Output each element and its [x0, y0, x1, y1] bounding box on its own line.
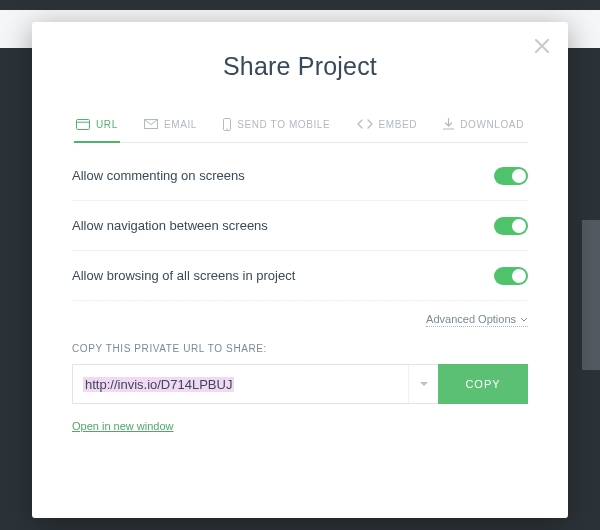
- modal-title: Share Project: [72, 52, 528, 81]
- url-dropdown-trigger[interactable]: [408, 365, 438, 403]
- tab-label: DOWNLOAD: [460, 119, 524, 130]
- tabs: URL EMAIL SEND TO MOBILE EMBED DOWNLOAD: [72, 107, 528, 143]
- tab-send-to-mobile[interactable]: SEND TO MOBILE: [221, 107, 332, 143]
- copy-url-row: http://invis.io/D714LPBUJ COPY: [72, 364, 528, 404]
- toggle-knob: [512, 219, 526, 233]
- toggle-commenting[interactable]: [494, 167, 528, 185]
- option-row-navigation: Allow navigation between screens: [72, 201, 528, 251]
- close-button[interactable]: [532, 36, 552, 56]
- advanced-options-row: Advanced Options: [72, 301, 528, 343]
- tab-download[interactable]: DOWNLOAD: [441, 107, 526, 143]
- share-project-modal: Share Project URL EMAIL SEND TO MOBILE E…: [32, 22, 568, 518]
- toggle-navigation[interactable]: [494, 217, 528, 235]
- envelope-icon: [144, 119, 158, 129]
- svg-rect-0: [77, 119, 90, 129]
- option-row-commenting: Allow commenting on screens: [72, 151, 528, 201]
- copy-button-label: COPY: [465, 378, 500, 390]
- option-label: Allow browsing of all screens in project: [72, 268, 295, 283]
- svg-point-4: [227, 128, 228, 129]
- option-label: Allow commenting on screens: [72, 168, 245, 183]
- tab-embed[interactable]: EMBED: [355, 107, 420, 143]
- toggle-knob: [512, 169, 526, 183]
- option-row-browsing: Allow browsing of all screens in project: [72, 251, 528, 301]
- tab-label: URL: [96, 119, 118, 130]
- toggle-knob: [512, 269, 526, 283]
- caret-down-icon: [420, 382, 428, 387]
- mobile-icon: [223, 118, 231, 131]
- browser-icon: [76, 119, 90, 130]
- tab-url[interactable]: URL: [74, 107, 120, 143]
- close-icon: [535, 39, 549, 53]
- tab-email[interactable]: EMAIL: [142, 107, 199, 143]
- share-url-text: http://invis.io/D714LPBUJ: [83, 377, 234, 392]
- chevron-down-icon: [520, 317, 528, 322]
- copy-button[interactable]: COPY: [438, 364, 528, 404]
- share-options: Allow commenting on screens Allow naviga…: [72, 143, 528, 301]
- open-in-new-window-link[interactable]: Open in new window: [72, 420, 174, 432]
- download-icon: [443, 118, 454, 130]
- advanced-options-label: Advanced Options: [426, 313, 516, 325]
- copy-url-caption: COPY THIS PRIVATE URL TO SHARE:: [72, 343, 528, 354]
- option-label: Allow navigation between screens: [72, 218, 268, 233]
- tab-label: SEND TO MOBILE: [237, 119, 330, 130]
- code-icon: [357, 119, 373, 129]
- tab-label: EMAIL: [164, 119, 197, 130]
- advanced-options-link[interactable]: Advanced Options: [426, 313, 528, 327]
- toggle-browsing[interactable]: [494, 267, 528, 285]
- background-panel: [582, 220, 600, 370]
- share-url-field[interactable]: http://invis.io/D714LPBUJ: [72, 364, 438, 404]
- tab-label: EMBED: [379, 119, 418, 130]
